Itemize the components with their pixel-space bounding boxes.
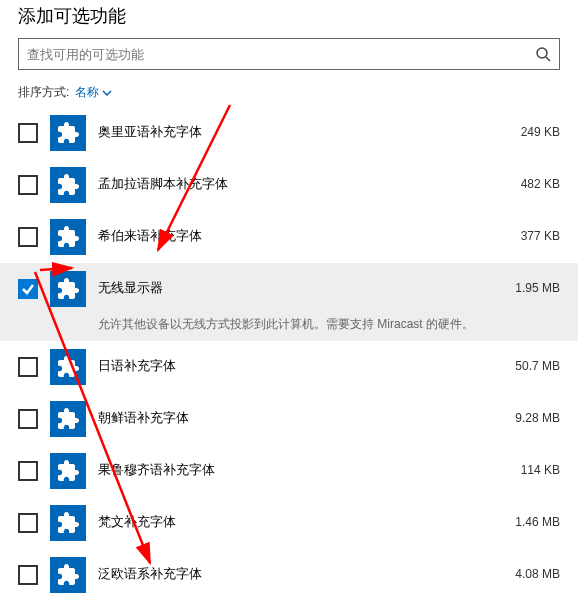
- item-name: 梵文补充字体: [98, 513, 503, 531]
- item-name: 朝鲜语补充字体: [98, 409, 503, 427]
- checkmark-icon: [21, 282, 35, 296]
- item-body: 梵文补充字体: [98, 505, 503, 531]
- sort-row: 排序方式: 名称: [0, 84, 578, 107]
- item-body: 朝鲜语补充字体: [98, 401, 503, 427]
- puzzle-icon: [50, 557, 86, 593]
- checkbox[interactable]: [18, 357, 38, 377]
- chevron-down-icon: [102, 88, 112, 98]
- search-icon: [535, 46, 551, 62]
- list-item[interactable]: 希伯来语补充字体377 KB: [0, 211, 578, 263]
- checkbox[interactable]: [18, 513, 38, 533]
- item-size: 249 KB: [521, 115, 560, 139]
- item-name: 日语补充字体: [98, 357, 503, 375]
- search-box[interactable]: [18, 38, 560, 70]
- item-body: 孟加拉语脚本补充字体: [98, 167, 509, 193]
- item-body: 无线显示器允许其他设备以无线方式投影到此计算机。需要支持 Miracast 的硬…: [98, 271, 503, 333]
- item-name: 希伯来语补充字体: [98, 227, 509, 245]
- item-size: 377 KB: [521, 219, 560, 243]
- puzzle-icon: [50, 167, 86, 203]
- item-name: 果鲁穆齐语补充字体: [98, 461, 509, 479]
- item-size: 482 KB: [521, 167, 560, 191]
- item-size: 1.46 MB: [515, 505, 560, 529]
- list-item[interactable]: 泛欧语系补充字体4.08 MB: [0, 549, 578, 600]
- item-body: 奥里亚语补充字体: [98, 115, 509, 141]
- list-item[interactable]: 无线显示器允许其他设备以无线方式投影到此计算机。需要支持 Miracast 的硬…: [0, 263, 578, 341]
- item-size: 114 KB: [521, 453, 560, 477]
- puzzle-icon: [50, 401, 86, 437]
- puzzle-icon: [50, 219, 86, 255]
- item-size: 4.08 MB: [515, 557, 560, 581]
- puzzle-icon: [50, 115, 86, 151]
- checkbox[interactable]: [18, 175, 38, 195]
- sort-label: 排序方式:: [18, 84, 69, 101]
- checkbox[interactable]: [18, 461, 38, 481]
- item-body: 希伯来语补充字体: [98, 219, 509, 245]
- checkbox[interactable]: [18, 565, 38, 585]
- item-name: 泛欧语系补充字体: [98, 565, 503, 583]
- item-size: 50.7 MB: [515, 349, 560, 373]
- sort-value-text: 名称: [75, 84, 99, 101]
- list-item[interactable]: 奥里亚语补充字体249 KB: [0, 107, 578, 159]
- item-name: 无线显示器: [98, 279, 503, 297]
- checkbox[interactable]: [18, 409, 38, 429]
- puzzle-icon: [50, 271, 86, 307]
- item-body: 果鲁穆齐语补充字体: [98, 453, 509, 479]
- checkbox[interactable]: [18, 227, 38, 247]
- puzzle-icon: [50, 453, 86, 489]
- svg-point-0: [537, 48, 547, 58]
- list-item[interactable]: 果鲁穆齐语补充字体114 KB: [0, 445, 578, 497]
- item-size: 9.28 MB: [515, 401, 560, 425]
- item-body: 泛欧语系补充字体: [98, 557, 503, 583]
- list-item[interactable]: 孟加拉语脚本补充字体482 KB: [0, 159, 578, 211]
- svg-line-1: [546, 57, 550, 61]
- item-description: 允许其他设备以无线方式投影到此计算机。需要支持 Miracast 的硬件。: [98, 315, 503, 333]
- checkbox[interactable]: [18, 123, 38, 143]
- page-title: 添加可选功能: [0, 0, 578, 38]
- list-item[interactable]: 梵文补充字体1.46 MB: [0, 497, 578, 549]
- feature-list: 奥里亚语补充字体249 KB孟加拉语脚本补充字体482 KB希伯来语补充字体37…: [0, 107, 578, 600]
- item-size: 1.95 MB: [515, 271, 560, 295]
- search-input[interactable]: [27, 47, 535, 62]
- list-item[interactable]: 朝鲜语补充字体9.28 MB: [0, 393, 578, 445]
- item-name: 孟加拉语脚本补充字体: [98, 175, 509, 193]
- item-name: 奥里亚语补充字体: [98, 123, 509, 141]
- list-item[interactable]: 日语补充字体50.7 MB: [0, 341, 578, 393]
- puzzle-icon: [50, 349, 86, 385]
- item-body: 日语补充字体: [98, 349, 503, 375]
- puzzle-icon: [50, 505, 86, 541]
- sort-dropdown[interactable]: 名称: [75, 84, 112, 101]
- checkbox[interactable]: [18, 279, 38, 299]
